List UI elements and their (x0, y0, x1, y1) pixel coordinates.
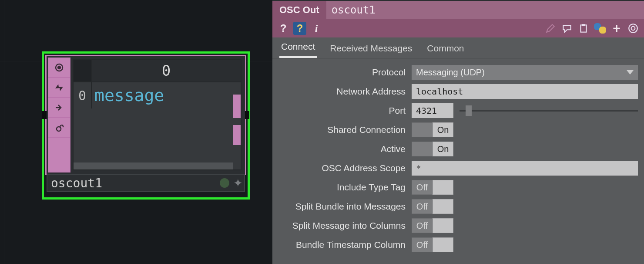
comment-icon[interactable] (560, 22, 574, 35)
node-dat-viewer[interactable]: 0 0 message (73, 59, 242, 170)
param-label: Shared Connection (272, 125, 412, 135)
viewer-corner (74, 60, 92, 81)
cook-indicator-icon (220, 178, 229, 188)
grid-line (4, 0, 4, 264)
toggle-on-half[interactable] (433, 218, 453, 233)
parameter-list: Protocol Messaging (UDP) Network Address… (272, 58, 644, 259)
toggle-off-half[interactable]: Off (412, 237, 433, 252)
param-row-bundlets: Bundle Timestamp Column Off (272, 235, 644, 254)
toggle-off-half[interactable]: Off (412, 180, 433, 195)
node-output-connector[interactable] (245, 111, 249, 119)
svg-point-1 (58, 66, 60, 69)
node-flags-icon[interactable]: ✦ (232, 177, 244, 189)
parameter-panel: OSC Out oscout1 ? ? i + Connect Received… (272, 0, 644, 264)
bundlets-toggle[interactable]: Off (412, 237, 453, 252)
param-label: Include Type Tag (272, 182, 412, 193)
svg-point-5 (629, 24, 637, 33)
protocol-dropdown[interactable]: Messaging (UDP) (412, 65, 638, 80)
operator-name-field[interactable]: oscout1 (326, 1, 644, 19)
param-row-protocol: Protocol Messaging (UDP) (272, 63, 644, 82)
param-row-active: Active On (272, 139, 644, 159)
toggle-on-half[interactable] (433, 237, 453, 252)
bypass-icon[interactable] (48, 78, 70, 98)
operator-type-label: OSC Out (272, 4, 326, 16)
parameter-tabs: Connect Received Messages Common (272, 37, 644, 58)
python-icon[interactable] (594, 22, 607, 35)
param-row-splitbundle: Split Bundle into Messages Off (272, 197, 644, 216)
toggle-off-half[interactable]: Off (412, 218, 433, 233)
viewer-scroll-section[interactable] (233, 125, 241, 145)
viewer-cell-value[interactable]: message (92, 82, 241, 108)
svg-rect-3 (581, 25, 587, 32)
param-row-netaddress: Network Address localhost (272, 82, 644, 101)
shared-toggle[interactable]: On (412, 122, 453, 137)
viewer-data-row: 0 message (74, 81, 241, 108)
splitbundle-toggle[interactable]: Off (412, 199, 453, 214)
viewer-scrollbar-bottom[interactable] (74, 162, 233, 169)
info-icon[interactable]: i (310, 22, 323, 35)
port-slider[interactable] (460, 103, 638, 118)
toolbar-spacer (48, 138, 70, 173)
param-row-typetag: Include Type Tag Off (272, 178, 644, 197)
target-icon[interactable] (627, 22, 640, 35)
param-label: OSC Address Scope (272, 163, 412, 173)
node-oscout1[interactable]: 0 0 message oscout1 ✦ (45, 55, 246, 175)
toggle-on-half[interactable]: On (433, 142, 453, 156)
param-label: Protocol (272, 67, 412, 78)
dropdown-value: Messaging (UDP) (416, 68, 485, 78)
tab-connect[interactable]: Connect (279, 37, 317, 58)
chevron-down-icon (627, 70, 634, 74)
network-editor[interactable]: 0 0 message oscout1 ✦ (0, 0, 272, 264)
viewer-header-row: 0 (74, 60, 241, 81)
param-label: Split Bundle into Messages (272, 201, 412, 212)
edit-icon[interactable] (544, 22, 557, 35)
help-icon[interactable]: ? (277, 22, 290, 35)
viewer-row-index: 0 (74, 82, 92, 108)
svg-point-6 (631, 27, 635, 30)
svg-rect-4 (582, 24, 585, 26)
viewer-col-header: 0 (92, 60, 241, 81)
clone-immune-icon[interactable] (48, 98, 70, 118)
toggle-off-half[interactable] (412, 142, 433, 156)
param-label: Split Message into Columns (272, 220, 412, 231)
slider-thumb[interactable] (466, 105, 472, 116)
splitmsg-toggle[interactable]: Off (412, 218, 453, 233)
viewer-active-icon[interactable] (48, 58, 70, 78)
port-input[interactable]: 4321 (412, 103, 453, 118)
node-toolbar (48, 58, 70, 173)
param-row-splitmsg: Split Message into Columns Off (272, 216, 644, 235)
help-wiki-icon[interactable]: ? (293, 22, 306, 35)
active-toggle[interactable]: On (412, 142, 453, 156)
node-name-bar[interactable]: oscout1 ✦ (47, 174, 245, 192)
panel-toolbar: ? ? i + (272, 19, 644, 37)
param-label: Port (272, 105, 412, 116)
param-label: Active (272, 144, 412, 154)
viewer-scrollbar-corner (233, 162, 241, 169)
tab-common[interactable]: Common (425, 39, 466, 58)
typetag-toggle[interactable]: Off (412, 180, 453, 195)
toggle-on-half[interactable]: On (433, 122, 453, 137)
node-input-connector[interactable] (42, 111, 47, 119)
node-name-label[interactable]: oscout1 (47, 176, 220, 190)
viewer-scroll-section[interactable] (233, 95, 241, 118)
plus-icon[interactable]: + (610, 22, 623, 35)
toggle-on-half[interactable] (433, 180, 453, 195)
toggle-off-half[interactable] (412, 122, 433, 137)
osc-scope-input[interactable]: * (412, 161, 638, 176)
param-row-shared: Shared Connection On (272, 120, 644, 139)
network-address-input[interactable]: localhost (412, 84, 638, 99)
clipboard-icon[interactable] (577, 22, 590, 35)
slider-track (460, 110, 638, 112)
svg-point-2 (57, 127, 61, 131)
param-label: Network Address (272, 86, 412, 97)
param-row-port: Port 4321 (272, 101, 644, 120)
param-label: Bundle Timestamp Column (272, 240, 412, 250)
param-row-scope: OSC Address Scope * (272, 159, 644, 178)
tab-received[interactable]: Received Messages (328, 39, 414, 58)
lock-icon[interactable] (48, 118, 70, 138)
panel-header: OSC Out oscout1 (272, 1, 644, 19)
toggle-on-half[interactable] (433, 199, 453, 214)
toggle-off-half[interactable]: Off (412, 199, 433, 214)
